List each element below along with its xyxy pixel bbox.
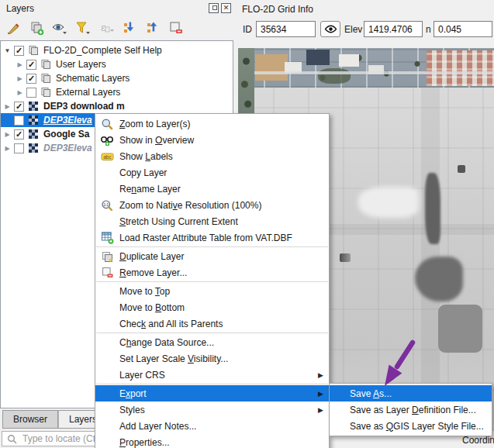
flo2d-grid-info-panel: FLO-2D Grid Info ID Elev n (234, 0, 494, 47)
layer-row-schematic-layers[interactable]: ▶ ✓ Schematic Layers (1, 71, 233, 85)
eye-button[interactable] (320, 21, 340, 37)
elev-field[interactable] (364, 21, 423, 37)
map-themes-icon[interactable] (50, 19, 69, 37)
branch-expanded-icon[interactable]: ▼ (2, 47, 12, 54)
menu-separator (96, 384, 328, 384)
svg-text:1:1: 1:1 (104, 202, 109, 206)
menu-item-label: Zoom to Native Resolution (100%) (119, 200, 261, 211)
layer-label: DEP3 download m (43, 101, 125, 112)
layer-row-dep3-download[interactable]: ▶ ✓ DEP3 download m (1, 99, 233, 113)
elev-label: Elev (344, 24, 362, 35)
submenu-arrow-icon: ▶ (318, 371, 323, 379)
layer-row-flo2d-group[interactable]: ▼ ✓ FLO-2D_Complete Self Help (1, 43, 233, 57)
menu-item-change-data-source[interactable]: Change Data Source... (95, 334, 329, 350)
menu-item-zoom-to-layers[interactable]: Zoom to Layer(s) (95, 115, 329, 132)
layer-checkbox[interactable] (14, 115, 24, 126)
menu-item-label: Remove Layer... (119, 267, 187, 278)
dem-light-patch (358, 187, 419, 218)
layers-panel-title: Layers (6, 3, 34, 14)
attribute-table-icon (99, 231, 115, 244)
zoom-to-layer-icon (99, 118, 115, 130)
menu-item-zoom-native-resolution[interactable]: 1:1 Zoom to Native Resolution (100%) (95, 197, 329, 213)
menu-item-label: Add Layer Notes... (119, 421, 196, 432)
filter-legend-icon[interactable] (74, 19, 92, 37)
menu-item-move-to-top[interactable]: Move to Top (95, 283, 329, 299)
filter-expression-icon[interactable]: ε (97, 19, 116, 37)
layer-checkbox[interactable]: ✓ (14, 102, 24, 112)
grid-info-title: FLO-2D Grid Info (242, 4, 313, 15)
satellite-strip (238, 48, 494, 88)
id-label: ID (243, 24, 252, 35)
tab-layers-label: Layers (69, 414, 97, 425)
branch-collapsed-icon[interactable]: ▶ (2, 103, 12, 110)
id-field[interactable] (256, 21, 316, 37)
menu-item-styles[interactable]: Styles ▶ (95, 401, 329, 418)
layer-label: Google Sa (43, 129, 89, 140)
menu-item-label: Change Data Source... (119, 337, 214, 348)
group-icon (40, 59, 52, 70)
eye-icon (324, 25, 337, 33)
menu-item-label: Layer CRS (119, 370, 165, 381)
coordinate-label: Coordina (462, 435, 494, 446)
branch-collapsed-icon[interactable]: ▶ (2, 131, 12, 138)
menu-item-copy-layer[interactable]: Copy Layer (95, 164, 329, 181)
layer-checkbox[interactable]: ✓ (14, 46, 24, 56)
menu-item-load-raster-attribute-table[interactable]: Load Raster Attribute Table from VAT.DBF (95, 229, 329, 246)
close-icon[interactable]: ✕ (221, 3, 231, 13)
search-icon (7, 434, 17, 444)
menu-item-stretch-current-extent[interactable]: Stretch Using Current Extent (95, 213, 329, 229)
layer-checkbox[interactable]: ✓ (14, 129, 24, 140)
native-resolution-icon: 1:1 (99, 199, 115, 212)
branch-collapsed-icon[interactable]: ▶ (15, 89, 25, 96)
menu-item-layer-crs[interactable]: Layer CRS ▶ (95, 367, 329, 383)
menu-item-duplicate-layer[interactable]: Duplicate Layer (95, 248, 329, 264)
float-icon[interactable] (209, 3, 219, 13)
menu-item-check-and-parents[interactable]: Check and All its Parents (95, 315, 329, 332)
tab-browser[interactable]: Browser (2, 410, 58, 429)
layer-checkbox[interactable] (14, 143, 24, 153)
submenu-item-save-as-layer-definition[interactable]: Save as Layer Definition File... (330, 401, 492, 418)
layer-row-user-layers[interactable]: ▶ ✓ User Layers (1, 57, 233, 71)
styling-panel-icon[interactable] (4, 19, 22, 37)
menu-separator (96, 281, 328, 282)
layer-context-menu: Zoom to Layer(s) Show in Overview abc Sh… (95, 113, 330, 448)
menu-item-export[interactable]: Export ▶ (95, 385, 329, 401)
n-field[interactable] (434, 21, 492, 37)
expand-all-icon[interactable] (120, 19, 139, 37)
collapse-all-icon[interactable] (143, 19, 162, 37)
menu-item-show-labels[interactable]: abc Show Labels (95, 148, 329, 164)
menu-item-label: Properties... (119, 437, 170, 448)
menu-item-rename-layer[interactable]: Rename Layer (95, 181, 329, 197)
duplicate-layer-icon (99, 250, 115, 263)
raster-icon (28, 143, 40, 153)
satellite-left-column (238, 48, 254, 114)
submenu-item-save-as-qgis-layer-style[interactable]: Save as QGIS Layer Style File... (330, 418, 492, 434)
branch-collapsed-icon[interactable]: ▶ (15, 61, 25, 68)
sat-navy-block (306, 50, 330, 65)
dem-tiny-mark (458, 165, 465, 173)
remove-layer-group-icon[interactable] (167, 19, 185, 37)
layer-checkbox[interactable]: ✓ (26, 60, 36, 70)
menu-item-label: Move to Bottom (119, 302, 185, 313)
menu-item-show-in-overview[interactable]: Show in Overview (95, 132, 329, 148)
submenu-item-label: Save as Layer Definition File... (350, 405, 476, 415)
raster-icon (28, 115, 40, 126)
svg-text:abc: abc (103, 153, 112, 159)
branch-collapsed-icon[interactable]: ▶ (2, 145, 12, 152)
menu-item-label: Styles (119, 405, 145, 415)
menu-item-remove-layer[interactable]: Remove Layer... (95, 264, 329, 281)
layer-checkbox[interactable]: ✓ (26, 74, 36, 84)
menu-separator (96, 333, 328, 333)
layer-checkbox[interactable] (26, 88, 36, 98)
raster-icon (28, 129, 40, 140)
branch-collapsed-icon[interactable]: ▶ (15, 75, 25, 82)
dem-dark-blob (415, 257, 463, 302)
menu-item-add-layer-notes[interactable]: Add Layer Notes... (95, 418, 329, 434)
menu-item-label: Set Layer Scale Visibility... (119, 353, 228, 364)
menu-item-set-layer-scale-visibility[interactable]: Set Layer Scale Visibility... (95, 350, 329, 367)
menu-item-properties[interactable]: Properties... (95, 434, 329, 448)
dem-rounded-rect (438, 305, 482, 353)
layer-row-external-layers[interactable]: ▶ External Layers (1, 85, 233, 99)
menu-item-move-to-bottom[interactable]: Move to Bottom (95, 299, 329, 315)
add-group-icon[interactable] (27, 19, 46, 37)
